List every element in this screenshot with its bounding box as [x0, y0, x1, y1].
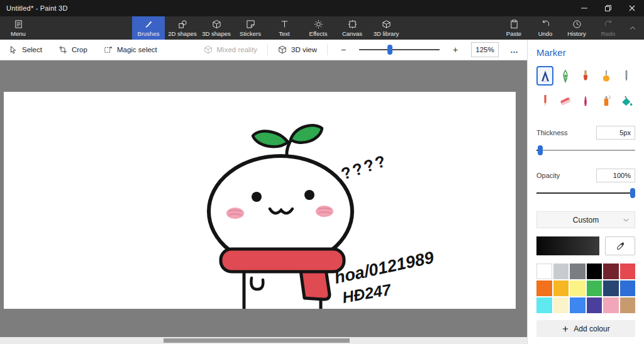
undo-icon [541, 19, 550, 29]
tab-brushes[interactable]: Brushes [132, 16, 165, 40]
mixed-reality-button[interactable]: Mixed reality [204, 45, 258, 54]
palette-colour[interactable] [587, 297, 602, 313]
palette-colour[interactable] [553, 297, 569, 313]
paste-button[interactable]: Paste [498, 16, 530, 40]
mixed-reality-icon [204, 45, 213, 54]
thickness-slider[interactable] [536, 145, 635, 155]
palette-colour[interactable] [553, 280, 569, 296]
palette-colour[interactable] [620, 297, 636, 313]
sprout-leaf-right [291, 125, 322, 143]
zoom-out-button[interactable]: − [338, 45, 349, 55]
brush-pencil[interactable] [536, 91, 553, 111]
thickness-slider-thumb[interactable] [538, 145, 543, 155]
action-label: Redo [601, 30, 616, 37]
tab-canvas[interactable]: Canvas [336, 16, 369, 40]
action-label: Paste [506, 30, 521, 37]
thickness-input[interactable]: 5px [596, 126, 635, 140]
chevron-down-icon [623, 218, 629, 222]
tab-text[interactable]: Text [268, 16, 301, 40]
3d-view-icon [278, 45, 287, 54]
ribbon-tabs: Brushes 2D shapes 3D shapes Stickers Tex… [36, 16, 498, 40]
drawing-canvas[interactable]: ???? hoa/0121989 HĐ247 [4, 92, 516, 309]
tab-2d-shapes[interactable]: 2D shapes [166, 16, 199, 40]
select-tool[interactable]: Select [9, 45, 42, 54]
menu-button[interactable]: Menu [0, 16, 36, 40]
brush-grid [536, 66, 635, 111]
2d-shapes-icon [178, 19, 187, 29]
eyedropper-button[interactable] [605, 236, 635, 255]
thickness-slider-track [536, 150, 635, 151]
palette-colour[interactable] [620, 264, 636, 279]
colour-palette [536, 264, 635, 313]
tab-3d-library[interactable]: 3D library [370, 16, 402, 40]
magic-select-tool[interactable]: Magic select [104, 45, 157, 54]
tab-effects[interactable]: Effects [302, 16, 335, 40]
pencil-icon [538, 94, 552, 108]
palette-colour[interactable] [536, 264, 552, 279]
window-title: Untitled* - Paint 3D [0, 4, 68, 12]
brush-spray-can[interactable] [597, 91, 614, 111]
thickness-label: Thickness [536, 129, 568, 136]
brush-marker[interactable] [536, 66, 553, 86]
brush-panel: Marker [527, 40, 644, 344]
zoom-slider-thumb[interactable] [387, 45, 392, 55]
canvas-drawing: ???? hoa/0121989 HĐ247 [4, 92, 516, 309]
action-label: History [567, 30, 586, 37]
brush-calligraphy-pen[interactable] [557, 66, 574, 86]
collapse-ribbon-button[interactable] [624, 16, 641, 40]
history-icon [572, 19, 582, 29]
undo-button[interactable]: Undo [530, 16, 561, 40]
window-controls [572, 0, 644, 16]
ribbon: Menu Brushes 2D shapes 3D shapes Sticker… [0, 16, 644, 40]
spray-can-icon [599, 94, 613, 108]
palette-colour[interactable] [536, 297, 552, 313]
palette-colour[interactable] [587, 264, 602, 279]
close-button[interactable] [620, 0, 644, 16]
tab-3d-shapes[interactable]: 3D shapes [200, 16, 233, 40]
opacity-input[interactable]: 100% [596, 169, 635, 182]
restore-button[interactable] [596, 0, 620, 16]
palette-colour[interactable] [587, 280, 602, 296]
calligraphy-pen-icon [558, 69, 572, 83]
magic-select-label: Magic select [117, 46, 157, 53]
crop-tool[interactable]: Crop [58, 45, 87, 54]
brush-fill[interactable] [618, 91, 635, 111]
palette-colour[interactable] [536, 280, 552, 296]
palette-colour[interactable] [620, 280, 636, 296]
3d-view-button[interactable]: 3D view [278, 45, 317, 54]
palette-colour[interactable] [603, 297, 619, 313]
canvas-icon [348, 19, 357, 29]
palette-colour[interactable] [603, 264, 619, 279]
palette-colour[interactable] [603, 280, 619, 296]
add-colour-button[interactable]: Add colour [536, 320, 635, 337]
brush-watercolour[interactable] [597, 66, 614, 86]
opacity-slider-thumb[interactable] [630, 188, 635, 198]
brush-crayon[interactable] [577, 91, 594, 111]
current-colour-swatch [536, 236, 599, 255]
action-label: Undo [538, 30, 553, 37]
tab-stickers[interactable]: Stickers [234, 16, 267, 40]
horizontal-scrollbar-thumb[interactable] [164, 338, 350, 343]
palette-colour[interactable] [570, 264, 586, 279]
brush-pixel-pen[interactable] [618, 66, 635, 86]
zoom-in-button[interactable]: + [450, 45, 461, 55]
more-options-button[interactable]: … [509, 45, 519, 55]
tab-label: Effects [309, 30, 328, 37]
brush-oil-brush[interactable] [577, 66, 594, 86]
opacity-slider[interactable] [536, 188, 635, 198]
palette-colour[interactable] [553, 264, 569, 279]
minimize-button[interactable] [572, 0, 596, 16]
brush-eraser[interactable] [557, 91, 574, 111]
horizontal-scrollbar[interactable] [0, 337, 527, 344]
history-button[interactable]: History [561, 16, 592, 40]
zoom-slider[interactable] [359, 45, 440, 55]
palette-colour[interactable] [570, 280, 586, 296]
redo-button[interactable]: Redo [592, 16, 624, 40]
eyedropper-icon [616, 241, 625, 251]
zoom-level[interactable]: 125% [471, 42, 499, 57]
eye-right [304, 190, 314, 200]
palette-colour[interactable] [570, 297, 586, 313]
colour-mode-dropdown[interactable]: Custom [536, 211, 635, 228]
mixed-reality-label: Mixed reality [217, 46, 258, 53]
marker-icon [538, 69, 552, 83]
